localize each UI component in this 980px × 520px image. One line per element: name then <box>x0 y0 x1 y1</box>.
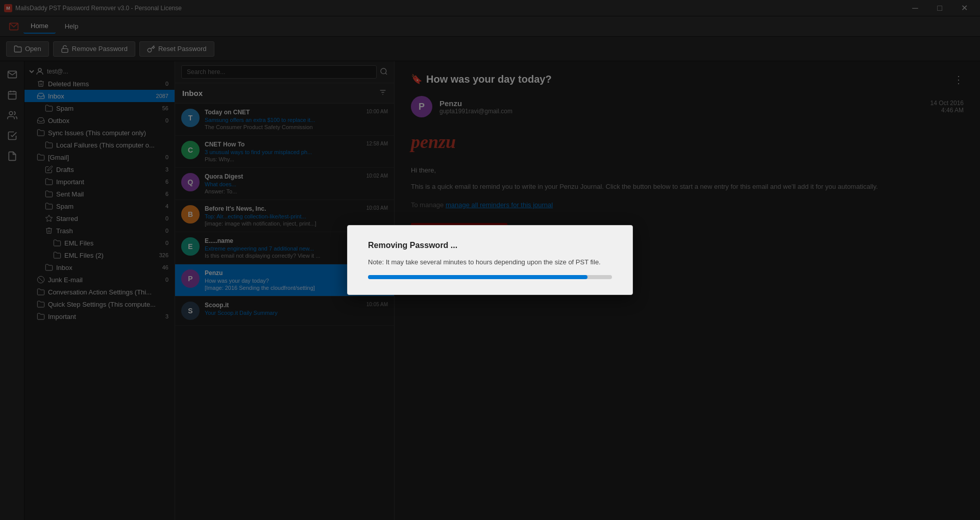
progress-bar-background <box>368 275 612 279</box>
modal-overlay: Removing Password ... Note: It may take … <box>0 0 980 520</box>
modal-note: Note: It may take several minutes to hou… <box>368 257 612 267</box>
modal-title: Removing Password ... <box>368 241 612 250</box>
removing-password-modal: Removing Password ... Note: It may take … <box>347 225 633 295</box>
progress-bar-fill <box>368 275 587 279</box>
